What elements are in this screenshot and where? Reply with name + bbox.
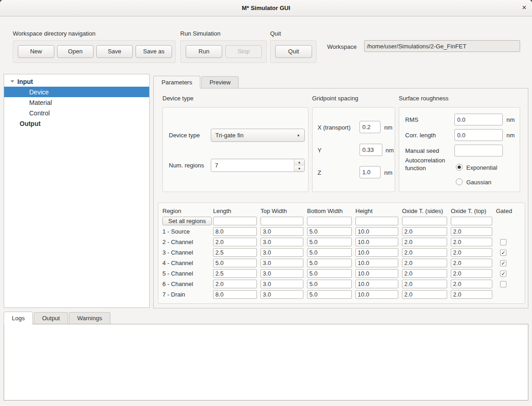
set-all-top-width-input[interactable] bbox=[261, 217, 303, 225]
new-button[interactable]: New bbox=[18, 45, 54, 58]
tab-output[interactable]: Output bbox=[34, 312, 68, 324]
set-all-oxide-top-input[interactable] bbox=[451, 217, 492, 225]
close-icon[interactable]: × bbox=[522, 0, 527, 16]
log-text-area[interactable] bbox=[4, 324, 528, 400]
tab-warnings[interactable]: Warnings bbox=[69, 312, 110, 324]
top-width-input[interactable] bbox=[261, 269, 303, 278]
spinner-buttons[interactable]: ▲ ▼ bbox=[294, 159, 304, 172]
bottom-width-input[interactable] bbox=[307, 238, 352, 246]
length-input[interactable] bbox=[213, 259, 257, 267]
oxide-sides-input[interactable] bbox=[402, 280, 447, 288]
oxide-top-input[interactable] bbox=[451, 290, 492, 299]
top-width-input[interactable] bbox=[261, 238, 303, 246]
height-input[interactable] bbox=[355, 269, 398, 278]
height-input[interactable] bbox=[355, 259, 398, 267]
length-input[interactable] bbox=[213, 290, 257, 299]
oxide-top-input[interactable] bbox=[451, 227, 492, 236]
tree-item-output[interactable]: Output bbox=[4, 118, 149, 129]
surface-groupbox: RMS nm Corr. length nm Manual seed Autoc… bbox=[399, 107, 520, 192]
gridpoint-z-field[interactable] bbox=[360, 166, 381, 178]
height-input[interactable] bbox=[355, 227, 398, 236]
manual-seed-label: Manual seed bbox=[405, 147, 439, 154]
top-width-input[interactable] bbox=[261, 259, 303, 267]
top-width-input[interactable] bbox=[261, 248, 303, 257]
run-button[interactable]: Run bbox=[186, 45, 222, 58]
height-input[interactable] bbox=[355, 248, 398, 257]
height-input[interactable] bbox=[355, 280, 398, 288]
oxide-top-input[interactable] bbox=[451, 248, 492, 257]
oxide-sides-input[interactable] bbox=[402, 290, 447, 299]
oxide-sides-input[interactable] bbox=[402, 248, 447, 257]
bottom-width-input[interactable] bbox=[307, 227, 352, 236]
rms-field[interactable] bbox=[454, 114, 503, 125]
set-all-bottom-width-input[interactable] bbox=[307, 217, 352, 225]
radio-exponential[interactable] bbox=[456, 164, 463, 171]
bottom-width-input[interactable] bbox=[307, 248, 352, 257]
header-bottom-width: Bottom Width bbox=[307, 208, 355, 214]
corr-length-field[interactable] bbox=[454, 129, 503, 141]
gated-checkbox[interactable]: ✓ bbox=[500, 260, 506, 266]
save-as-button[interactable]: Save as bbox=[136, 45, 172, 58]
length-input[interactable] bbox=[213, 280, 257, 288]
header-height: Height bbox=[355, 208, 402, 214]
num-regions-spinner[interactable]: ▲ ▼ bbox=[211, 159, 305, 172]
gridpoint-x-field[interactable] bbox=[360, 121, 381, 133]
gated-checkbox[interactable]: ✓ bbox=[500, 250, 506, 256]
tree-item-material[interactable]: Material bbox=[4, 97, 149, 108]
manual-seed-field[interactable] bbox=[454, 145, 503, 156]
expander-down-icon[interactable] bbox=[10, 80, 14, 83]
length-input[interactable] bbox=[213, 227, 257, 236]
gated-checkbox[interactable]: ✓ bbox=[500, 271, 506, 277]
length-input[interactable] bbox=[213, 248, 257, 257]
tree-item-device[interactable]: Device bbox=[4, 87, 149, 97]
length-input[interactable] bbox=[213, 269, 257, 278]
tab-parameters[interactable]: Parameters bbox=[153, 76, 200, 88]
workspace-path-field[interactable] bbox=[364, 40, 520, 52]
open-button[interactable]: Open bbox=[57, 45, 94, 58]
region-row-label: 2 - Channel bbox=[162, 239, 213, 245]
oxide-top-input[interactable] bbox=[451, 259, 492, 267]
oxide-sides-input[interactable] bbox=[402, 238, 447, 246]
quit-frame: Quit bbox=[270, 40, 317, 63]
top-width-input[interactable] bbox=[261, 280, 303, 288]
spin-up-icon[interactable]: ▲ bbox=[294, 159, 304, 166]
oxide-sides-input[interactable] bbox=[402, 227, 447, 236]
set-all-height-input[interactable] bbox=[355, 217, 398, 225]
tree-item-input[interactable]: Input bbox=[4, 76, 149, 87]
radio-gaussian[interactable] bbox=[456, 178, 463, 185]
save-button[interactable]: Save bbox=[96, 45, 133, 58]
gridpoint-y-field[interactable] bbox=[360, 144, 382, 156]
table-row: 6 - Channel bbox=[162, 279, 521, 289]
num-regions-value[interactable] bbox=[211, 159, 297, 172]
gridpoint-x-unit: nm bbox=[384, 124, 392, 131]
set-all-oxide-sides-input[interactable] bbox=[402, 217, 447, 225]
bottom-width-input[interactable] bbox=[307, 269, 352, 278]
header-oxide-sides: Oxide T. (sides) bbox=[402, 208, 451, 214]
top-width-input[interactable] bbox=[261, 227, 303, 236]
set-all-length-input[interactable] bbox=[213, 217, 257, 225]
device-type-combobox[interactable]: Tri-gate fin ▼ bbox=[211, 129, 305, 142]
gated-checkbox[interactable] bbox=[500, 281, 506, 287]
top-width-input[interactable] bbox=[261, 290, 303, 299]
bottom-width-input[interactable] bbox=[307, 259, 352, 267]
bottom-width-input[interactable] bbox=[307, 280, 352, 288]
tab-preview[interactable]: Preview bbox=[201, 76, 239, 88]
gated-checkbox[interactable] bbox=[500, 239, 506, 245]
height-input[interactable] bbox=[355, 238, 398, 246]
oxide-sides-input[interactable] bbox=[402, 259, 447, 267]
spin-down-icon[interactable]: ▼ bbox=[294, 166, 304, 172]
oxide-top-input[interactable] bbox=[451, 238, 492, 246]
tab-logs[interactable]: Logs bbox=[4, 312, 33, 324]
tree-item-control[interactable]: Control bbox=[4, 108, 149, 118]
stop-button[interactable]: Stop bbox=[225, 45, 262, 58]
length-input[interactable] bbox=[213, 238, 257, 246]
set-all-regions-button[interactable]: Set all regions bbox=[162, 217, 212, 225]
oxide-sides-input[interactable] bbox=[402, 269, 447, 278]
quit-button[interactable]: Quit bbox=[275, 45, 312, 58]
bottom-width-input[interactable] bbox=[307, 290, 352, 299]
oxide-top-input[interactable] bbox=[451, 269, 492, 278]
height-input[interactable] bbox=[355, 290, 398, 299]
region-row-label: 1 - Source bbox=[162, 228, 213, 235]
logs-panel[interactable] bbox=[4, 324, 528, 401]
oxide-top-input[interactable] bbox=[451, 280, 492, 288]
